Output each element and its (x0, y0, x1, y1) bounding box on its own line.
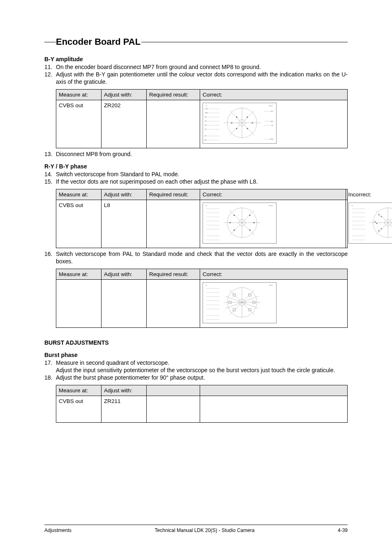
cell-result (147, 100, 200, 148)
step-number: 14. (44, 171, 56, 178)
svg-text:%: % (205, 105, 207, 107)
svg-point-57 (233, 229, 235, 230)
cell-result (147, 200, 200, 248)
svg-point-35 (247, 128, 248, 129)
cell-blank2 (200, 396, 348, 422)
vectorscope-correct-3: %VOLT (203, 282, 277, 323)
svg-point-36 (247, 117, 248, 118)
svg-text:-0.3: -0.3 (270, 138, 273, 140)
by-amp-step13: 13. Disconnect MP8 from ground. (44, 151, 348, 158)
svg-text:-40: -40 (204, 139, 207, 141)
step-text: Switch vectorscope from Standard to PAL … (56, 171, 348, 178)
table3-wrap: Measure at: Adjust with: Required result… (44, 269, 348, 328)
step-number: 16. (44, 251, 56, 258)
burst-phase-heading: Burst phase (44, 352, 348, 359)
step-number: 15. (44, 178, 56, 186)
table-row: %VOLT (56, 280, 348, 328)
svg-point-32 (231, 122, 233, 124)
cell-result (147, 280, 200, 328)
table3: Measure at: Adjust with: Required result… (56, 269, 348, 328)
table4-wrap: Measure at: Adjust with: CVBS out ZR211 (44, 385, 348, 423)
th-measure: Measure at: (56, 269, 101, 279)
table-header-row: Measure at: Adjust with: Required result… (56, 89, 348, 100)
svg-text:40: 40 (205, 124, 207, 126)
th-adjust: Adjust with: (101, 385, 147, 396)
step-text: If the vector dots are not superimposed … (56, 178, 348, 186)
step-text: Measure in second quadrant of vectorscop… (56, 359, 348, 374)
svg-text:0: 0 (272, 124, 273, 127)
svg-rect-106 (233, 294, 235, 296)
cell-measure (56, 280, 101, 328)
cell-adjust (101, 280, 147, 328)
table-row: CVBS out L8 (56, 200, 348, 248)
by-amp-heading: B-Y amplitude (44, 56, 348, 63)
step-number: 12. (44, 71, 56, 78)
svg-text:VOLT: VOLT (269, 105, 273, 107)
burst-steps: 17. Measure in second quadrant of vector… (44, 359, 348, 382)
th-correct: Correct: (200, 89, 348, 100)
cell-adjust: ZR202 (101, 100, 147, 148)
table-header-row: Measure at: Adjust with: Required result… (56, 189, 348, 200)
table4: Measure at: Adjust with: CVBS out ZR211 (56, 385, 348, 423)
rule-tail (141, 42, 348, 42)
svg-rect-107 (249, 309, 251, 311)
table-header-row: Measure at: Adjust with: (56, 385, 348, 396)
page-footer: Adjustments Technical Manual LDK 20(S) -… (44, 525, 348, 534)
burst-section-heading: BURST ADJUSTMENTS (44, 339, 348, 347)
step-number: 13. (44, 151, 56, 158)
cell-adjust: ZR211 (101, 396, 147, 422)
step-text-line1: Measure in second quadrant of vectorscop… (56, 359, 169, 366)
cell-incorrect: %VOLT (346, 200, 348, 248)
cell-correct: %VOLT (200, 280, 348, 328)
th-adjust: Adjust with: (101, 189, 147, 200)
svg-point-82 (378, 230, 379, 232)
by-amp-steps: 11. On the encoder board disconnect MP7 … (44, 64, 348, 86)
cell-measure: CVBS out (56, 396, 101, 422)
th-result: Required result: (147, 269, 200, 279)
step-text-line2: Adjust the input sensitivity potentiomet… (56, 367, 335, 373)
step-number: 17. (44, 359, 56, 367)
svg-text:0.7: 0.7 (271, 110, 273, 112)
page: Encoder Board PAL B-Y amplitude 11. On t… (0, 0, 392, 555)
svg-point-34 (236, 117, 238, 118)
th-measure: Measure at: (56, 189, 101, 200)
th-measure: Measure at: (56, 385, 101, 396)
svg-point-58 (229, 222, 231, 223)
th-correct: Correct: (200, 269, 348, 279)
vectorscope-correct-1: %VOLT 12010080 604020 -20-40 0.70.50-0.3 (203, 103, 277, 144)
vectorscope-incorrect: %VOLT (348, 203, 392, 244)
ry-phase-steps: 14. Switch vectorscope from Standard to … (44, 171, 348, 186)
svg-point-33 (252, 122, 253, 124)
footer-right: 4-39 (338, 527, 348, 534)
section-header: Encoder Board PAL (44, 36, 348, 48)
th-blank1 (147, 385, 200, 396)
table1: Measure at: Adjust with: Required result… (56, 89, 348, 148)
footer-left: Adjustments (44, 527, 71, 534)
svg-rect-108 (249, 294, 251, 296)
svg-point-56 (249, 214, 250, 216)
svg-point-77 (380, 216, 382, 217)
svg-text:0.5: 0.5 (271, 120, 273, 122)
table-row: CVBS out ZR202 (56, 100, 348, 148)
step-text: Disconnect MP8 from ground. (56, 151, 348, 158)
ry-phase-step16: 16. Switch vectorscope from PAL to Stand… (44, 251, 348, 265)
footer-center: Technical Manual LDK 20(S) - Studio Came… (155, 527, 255, 534)
svg-text:20: 20 (205, 128, 207, 130)
cell-correct: %VOLT (200, 200, 346, 248)
th-blank2 (200, 385, 348, 396)
th-incorrect: Incorrect: (346, 189, 348, 200)
step-text: Switch vectorscope from PAL to Standard … (56, 251, 348, 265)
step-text: Adjust the burst phase potentiometer for… (56, 374, 348, 382)
vectorscope-correct-2: %VOLT (203, 203, 277, 244)
svg-text:60: 60 (205, 120, 207, 122)
cell-measure: CVBS out (56, 200, 101, 248)
rule-lead (44, 42, 56, 42)
cell-adjust: L8 (101, 200, 147, 248)
th-result: Required result: (147, 89, 200, 100)
svg-point-84 (374, 221, 376, 223)
svg-text:%: % (351, 205, 353, 207)
svg-point-55 (249, 229, 250, 230)
svg-text:100: 100 (205, 112, 208, 114)
svg-text:%: % (205, 284, 207, 286)
step-text: On the encoder board disconnect MP7 from… (56, 64, 348, 71)
